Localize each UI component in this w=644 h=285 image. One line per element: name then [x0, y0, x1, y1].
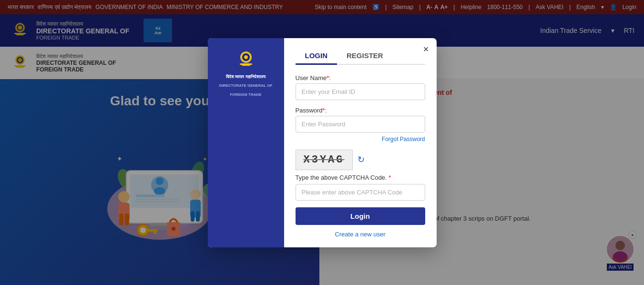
captcha-input[interactable] — [296, 184, 425, 201]
create-user-link[interactable]: Create a new user — [335, 231, 385, 238]
forgot-password-link[interactable]: Forgot Password — [382, 136, 425, 142]
captcha-group: Type the above CAPTCHA Code. * — [296, 174, 425, 201]
modal-org-line2: DIRECTORATE GENERAL OF — [219, 83, 273, 88]
modal-overlay: विदेश व्यापार महानिदेशालय DIRECTORATE GE… — [0, 0, 644, 285]
tab-row: LOGIN REGISTER — [296, 48, 425, 65]
modal-org-line3: FOREIGN TRADE — [230, 92, 261, 97]
modal-emblem-icon — [234, 48, 258, 71]
tab-login[interactable]: LOGIN — [296, 48, 337, 65]
password-input[interactable] — [296, 116, 425, 132]
modal-org-hindi: विदेश व्यापार महानिदेशालय — [226, 74, 266, 80]
username-input[interactable] — [296, 83, 425, 100]
modal-body: LOGIN REGISTER User Name*: Password*: Fo… — [284, 38, 437, 247]
captcha-label: Type the above CAPTCHA Code. * — [296, 174, 425, 181]
captcha-image: X3YAG — [296, 150, 353, 170]
create-user-link-container: Create a new user — [296, 231, 425, 238]
captcha-display-row: X3YAG ↻ — [296, 150, 425, 170]
modal-close-button[interactable]: × — [423, 44, 429, 55]
modal-logo: विदेश व्यापार महानिदेशालय DIRECTORATE GE… — [219, 48, 273, 97]
password-group: Password*: Forgot Password — [296, 107, 425, 143]
svg-rect-45 — [242, 65, 250, 66]
login-modal: विदेश व्यापार महानिदेशालय DIRECTORATE GE… — [208, 38, 437, 247]
svg-rect-44 — [240, 63, 252, 65]
login-button[interactable]: Login — [296, 207, 425, 225]
password-label: Password*: — [296, 107, 425, 114]
modal-left-panel: विदेश व्यापार महानिदेशालय DIRECTORATE GE… — [208, 38, 284, 247]
svg-point-43 — [244, 55, 248, 59]
tab-register[interactable]: REGISTER — [337, 48, 393, 64]
username-label: User Name*: — [296, 74, 425, 81]
captcha-refresh-icon[interactable]: ↻ — [358, 154, 365, 165]
forgot-password-link-container: Forgot Password — [296, 134, 425, 143]
username-group: User Name*: — [296, 74, 425, 100]
